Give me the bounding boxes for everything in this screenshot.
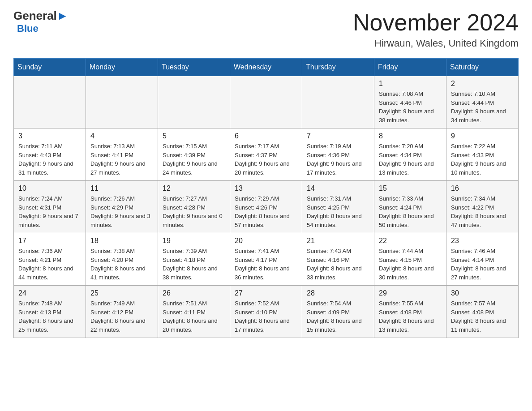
calendar-cell: 28Sunrise: 7:54 AM Sunset: 4:09 PM Dayli… bbox=[302, 286, 374, 338]
calendar-cell: 12Sunrise: 7:27 AM Sunset: 4:28 PM Dayli… bbox=[158, 181, 230, 233]
calendar-cell: 6Sunrise: 7:17 AM Sunset: 4:37 PM Daylig… bbox=[230, 128, 302, 181]
calendar-cell: 19Sunrise: 7:39 AM Sunset: 4:18 PM Dayli… bbox=[158, 233, 230, 286]
calendar-cell bbox=[86, 76, 158, 128]
logo: General ► Blue bbox=[13, 9, 69, 34]
day-info: Sunrise: 7:08 AM Sunset: 4:46 PM Dayligh… bbox=[379, 90, 442, 124]
calendar-cell: 15Sunrise: 7:33 AM Sunset: 4:24 PM Dayli… bbox=[374, 181, 446, 233]
day-info: Sunrise: 7:49 AM Sunset: 4:12 PM Dayligh… bbox=[90, 299, 153, 334]
calendar-cell: 3Sunrise: 7:11 AM Sunset: 4:43 PM Daylig… bbox=[14, 128, 86, 181]
day-number: 5 bbox=[163, 132, 225, 140]
day-number: 25 bbox=[90, 289, 153, 297]
day-info: Sunrise: 7:19 AM Sunset: 4:36 PM Dayligh… bbox=[307, 142, 369, 177]
calendar-cell bbox=[230, 76, 302, 128]
day-number: 23 bbox=[451, 237, 514, 245]
day-number: 3 bbox=[18, 132, 81, 140]
calendar-cell: 1Sunrise: 7:08 AM Sunset: 4:46 PM Daylig… bbox=[374, 76, 446, 128]
calendar-week-row: 3Sunrise: 7:11 AM Sunset: 4:43 PM Daylig… bbox=[14, 128, 519, 181]
calendar-cell: 29Sunrise: 7:55 AM Sunset: 4:08 PM Dayli… bbox=[374, 286, 446, 338]
day-info: Sunrise: 7:46 AM Sunset: 4:14 PM Dayligh… bbox=[451, 247, 514, 282]
day-info: Sunrise: 7:39 AM Sunset: 4:18 PM Dayligh… bbox=[163, 247, 225, 282]
calendar-cell: 9Sunrise: 7:22 AM Sunset: 4:33 PM Daylig… bbox=[446, 128, 519, 181]
calendar-header-monday: Monday bbox=[86, 59, 158, 76]
logo-general-text: General bbox=[13, 9, 57, 23]
day-number: 7 bbox=[307, 132, 369, 140]
day-info: Sunrise: 7:13 AM Sunset: 4:41 PM Dayligh… bbox=[90, 142, 153, 177]
day-info: Sunrise: 7:22 AM Sunset: 4:33 PM Dayligh… bbox=[451, 142, 514, 177]
logo-blue-label: Blue bbox=[17, 23, 39, 34]
calendar-header-thursday: Thursday bbox=[302, 59, 374, 76]
day-number: 20 bbox=[235, 237, 297, 245]
calendar-cell: 4Sunrise: 7:13 AM Sunset: 4:41 PM Daylig… bbox=[86, 128, 158, 181]
calendar-week-row: 17Sunrise: 7:36 AM Sunset: 4:21 PM Dayli… bbox=[14, 233, 519, 286]
day-number: 27 bbox=[235, 289, 297, 297]
day-info: Sunrise: 7:55 AM Sunset: 4:08 PM Dayligh… bbox=[379, 299, 442, 334]
calendar-cell: 30Sunrise: 7:57 AM Sunset: 4:08 PM Dayli… bbox=[446, 286, 519, 338]
calendar-cell: 21Sunrise: 7:43 AM Sunset: 4:16 PM Dayli… bbox=[302, 233, 374, 286]
calendar-cell: 25Sunrise: 7:49 AM Sunset: 4:12 PM Dayli… bbox=[86, 286, 158, 338]
calendar-cell: 27Sunrise: 7:52 AM Sunset: 4:10 PM Dayli… bbox=[230, 286, 302, 338]
day-info: Sunrise: 7:51 AM Sunset: 4:11 PM Dayligh… bbox=[163, 299, 225, 334]
day-info: Sunrise: 7:29 AM Sunset: 4:26 PM Dayligh… bbox=[235, 194, 297, 229]
calendar-cell: 11Sunrise: 7:26 AM Sunset: 4:29 PM Dayli… bbox=[86, 181, 158, 233]
day-info: Sunrise: 7:33 AM Sunset: 4:24 PM Dayligh… bbox=[379, 194, 442, 229]
calendar-cell: 26Sunrise: 7:51 AM Sunset: 4:11 PM Dayli… bbox=[158, 286, 230, 338]
day-info: Sunrise: 7:17 AM Sunset: 4:37 PM Dayligh… bbox=[235, 142, 297, 177]
day-info: Sunrise: 7:48 AM Sunset: 4:13 PM Dayligh… bbox=[18, 299, 81, 334]
calendar-week-row: 24Sunrise: 7:48 AM Sunset: 4:13 PM Dayli… bbox=[14, 286, 519, 338]
day-info: Sunrise: 7:57 AM Sunset: 4:08 PM Dayligh… bbox=[451, 299, 514, 334]
calendar-header-sunday: Sunday bbox=[14, 59, 86, 76]
day-info: Sunrise: 7:44 AM Sunset: 4:15 PM Dayligh… bbox=[379, 247, 442, 282]
day-number: 10 bbox=[18, 184, 81, 193]
calendar-cell: 8Sunrise: 7:20 AM Sunset: 4:34 PM Daylig… bbox=[374, 128, 446, 181]
calendar-header-friday: Friday bbox=[374, 59, 446, 76]
day-number: 2 bbox=[451, 80, 514, 88]
day-info: Sunrise: 7:36 AM Sunset: 4:21 PM Dayligh… bbox=[18, 247, 81, 282]
day-info: Sunrise: 7:15 AM Sunset: 4:39 PM Dayligh… bbox=[163, 142, 225, 177]
calendar-header-tuesday: Tuesday bbox=[158, 59, 230, 76]
day-number: 1 bbox=[379, 80, 442, 88]
calendar-week-row: 10Sunrise: 7:24 AM Sunset: 4:31 PM Dayli… bbox=[14, 181, 519, 233]
day-number: 6 bbox=[235, 132, 297, 140]
calendar-cell: 23Sunrise: 7:46 AM Sunset: 4:14 PM Dayli… bbox=[446, 233, 519, 286]
title-section: November 2024 Hirwaun, Wales, United Kin… bbox=[353, 9, 519, 49]
day-info: Sunrise: 7:31 AM Sunset: 4:25 PM Dayligh… bbox=[307, 194, 369, 229]
day-info: Sunrise: 7:11 AM Sunset: 4:43 PM Dayligh… bbox=[18, 142, 81, 177]
page-header: General ► Blue November 2024 Hirwaun, Wa… bbox=[13, 9, 519, 49]
logo-blue-text: ► bbox=[57, 9, 69, 23]
calendar-cell: 17Sunrise: 7:36 AM Sunset: 4:21 PM Dayli… bbox=[14, 233, 86, 286]
calendar-cell: 18Sunrise: 7:38 AM Sunset: 4:20 PM Dayli… bbox=[86, 233, 158, 286]
day-number: 4 bbox=[90, 132, 153, 140]
calendar-cell: 10Sunrise: 7:24 AM Sunset: 4:31 PM Dayli… bbox=[14, 181, 86, 233]
day-number: 13 bbox=[235, 184, 297, 193]
day-number: 21 bbox=[307, 237, 369, 245]
day-info: Sunrise: 7:43 AM Sunset: 4:16 PM Dayligh… bbox=[307, 247, 369, 282]
calendar-cell: 22Sunrise: 7:44 AM Sunset: 4:15 PM Dayli… bbox=[374, 233, 446, 286]
day-info: Sunrise: 7:52 AM Sunset: 4:10 PM Dayligh… bbox=[235, 299, 297, 334]
day-info: Sunrise: 7:24 AM Sunset: 4:31 PM Dayligh… bbox=[18, 194, 81, 229]
day-number: 17 bbox=[18, 237, 81, 245]
day-number: 9 bbox=[451, 132, 514, 140]
day-info: Sunrise: 7:27 AM Sunset: 4:28 PM Dayligh… bbox=[163, 194, 225, 229]
day-number: 26 bbox=[163, 289, 225, 297]
calendar-cell: 16Sunrise: 7:34 AM Sunset: 4:22 PM Dayli… bbox=[446, 181, 519, 233]
calendar-table: SundayMondayTuesdayWednesdayThursdayFrid… bbox=[13, 58, 519, 338]
calendar-header-row: SundayMondayTuesdayWednesdayThursdayFrid… bbox=[14, 59, 519, 76]
day-info: Sunrise: 7:10 AM Sunset: 4:44 PM Dayligh… bbox=[451, 90, 514, 124]
calendar-cell: 20Sunrise: 7:41 AM Sunset: 4:17 PM Dayli… bbox=[230, 233, 302, 286]
calendar-cell: 2Sunrise: 7:10 AM Sunset: 4:44 PM Daylig… bbox=[446, 76, 519, 128]
calendar-header-saturday: Saturday bbox=[446, 59, 519, 76]
day-info: Sunrise: 7:38 AM Sunset: 4:20 PM Dayligh… bbox=[90, 247, 153, 282]
day-number: 8 bbox=[379, 132, 442, 140]
calendar-cell bbox=[158, 76, 230, 128]
day-number: 28 bbox=[307, 289, 369, 297]
day-info: Sunrise: 7:41 AM Sunset: 4:17 PM Dayligh… bbox=[235, 247, 297, 282]
day-number: 16 bbox=[451, 184, 514, 193]
day-info: Sunrise: 7:20 AM Sunset: 4:34 PM Dayligh… bbox=[379, 142, 442, 177]
day-info: Sunrise: 7:26 AM Sunset: 4:29 PM Dayligh… bbox=[90, 194, 153, 229]
day-number: 12 bbox=[163, 184, 225, 193]
day-number: 11 bbox=[90, 184, 153, 193]
calendar-cell: 7Sunrise: 7:19 AM Sunset: 4:36 PM Daylig… bbox=[302, 128, 374, 181]
location-text: Hirwaun, Wales, United Kingdom bbox=[353, 38, 519, 49]
day-info: Sunrise: 7:54 AM Sunset: 4:09 PM Dayligh… bbox=[307, 299, 369, 334]
calendar-header-wednesday: Wednesday bbox=[230, 59, 302, 76]
